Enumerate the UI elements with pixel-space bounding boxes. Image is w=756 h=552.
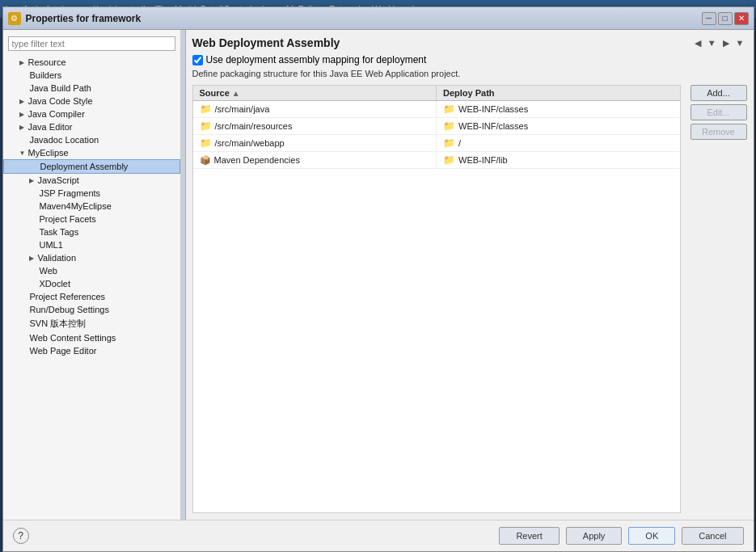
cancel-button[interactable]: Cancel xyxy=(682,527,743,545)
deploy-checkbox[interactable] xyxy=(192,55,203,65)
dialog-body: ▶ResourceBuildersJava Build Path▶Java Co… xyxy=(3,30,754,520)
tree-item-label: SVN 版本控制 xyxy=(30,318,87,330)
tree-item-java-compiler[interactable]: ▶Java Compiler xyxy=(3,107,180,120)
dialog-title-bar: ⚙ Properties for framework ─ □ ✕ xyxy=(3,7,754,30)
tree-item-web-content-settings[interactable]: Web Content Settings xyxy=(3,331,180,344)
folder-icon: 📁 xyxy=(443,154,455,166)
tree-item-label: Java Editor xyxy=(28,122,73,132)
description-text: Define packaging structure for this Java… xyxy=(192,69,747,78)
tree-item-label: Project References xyxy=(30,292,106,301)
deploy-path-cell: 📁WEB-INF/lib xyxy=(437,152,680,168)
filter-input[interactable] xyxy=(8,36,175,51)
tree-item-label: Maven4MyEclipse xyxy=(40,201,112,211)
tree-item-validation[interactable]: ▶Validation xyxy=(3,251,180,264)
tree-item-label: Javadoc Location xyxy=(30,135,99,145)
tree-item-deployment-assembly[interactable]: Deployment Assembly xyxy=(3,159,180,174)
deploy-path-cell: 📁/ xyxy=(437,135,680,151)
dialog-title-left: ⚙ Properties for framework xyxy=(8,12,141,25)
table-row[interactable]: 📁/src/main/resources📁WEB-INF/classes xyxy=(193,118,680,135)
tree-item-label: UML1 xyxy=(40,240,63,250)
tree-item-java-build-path[interactable]: Java Build Path xyxy=(3,82,180,95)
tree-item-builders[interactable]: Builders xyxy=(3,69,180,82)
close-button[interactable]: ✕ xyxy=(734,12,749,25)
tree-arrow-icon: ▶ xyxy=(19,124,26,131)
deploy-path-cell: 📁WEB-INF/classes xyxy=(437,101,680,117)
tree-item-resource[interactable]: ▶Resource xyxy=(3,56,180,69)
tree-arrow-icon: ▶ xyxy=(29,177,36,184)
assembly-table: Source ▲ Deploy Path 📁/src/main/java📁WEB… xyxy=(192,85,681,513)
tree-item-java-editor[interactable]: ▶Java Editor xyxy=(3,120,180,133)
tree-item-myeclipse[interactable]: ▼MyEclipse xyxy=(3,146,180,159)
tree-item-web[interactable]: Web xyxy=(3,264,180,277)
tree-item-task-tags[interactable]: Task Tags xyxy=(3,225,180,238)
tree-item-run-debug-settings[interactable]: Run/Debug Settings xyxy=(3,303,180,316)
tree-item-xdoclet[interactable]: XDoclet xyxy=(3,277,180,290)
sort-arrow-icon: ▲ xyxy=(232,89,240,98)
maximize-button[interactable]: □ xyxy=(718,12,733,25)
source-text: /src/main/webapp xyxy=(215,138,285,148)
folder-icon: 📁 xyxy=(200,103,212,115)
table-row[interactable]: 📁/src/main/webapp📁/ xyxy=(193,135,680,152)
edit-button[interactable]: Edit... xyxy=(691,104,747,120)
nav-buttons: ◀ ▼ ▶ ▼ xyxy=(692,37,747,49)
revert-button[interactable]: Revert xyxy=(499,527,559,545)
folder-icon: 📁 xyxy=(443,137,455,149)
source-text: /src/main/resources xyxy=(215,121,293,131)
tree-item-label: XDoclet xyxy=(40,279,71,289)
minimize-button[interactable]: ─ xyxy=(702,12,716,25)
source-text: Maven Dependencies xyxy=(214,155,300,165)
tree-item-label: Web Page Editor xyxy=(30,346,97,356)
tree-item-label: Project Facets xyxy=(40,214,96,224)
ok-button[interactable]: OK xyxy=(628,527,675,545)
tree-item-javadoc-location[interactable]: Javadoc Location xyxy=(3,133,180,146)
remove-button[interactable]: Remove xyxy=(691,124,747,140)
tree-item-label: Web xyxy=(40,266,57,276)
table-row[interactable]: 📁/src/main/java📁WEB-INF/classes xyxy=(193,101,680,118)
tree-container: ▶ResourceBuildersJava Build Path▶Java Co… xyxy=(3,56,180,357)
tree-item-label: MyEclipse xyxy=(28,148,69,158)
tree-item-web-page-editor[interactable]: Web Page Editor xyxy=(3,344,180,357)
tree-item-label: Resource xyxy=(28,57,66,67)
right-header: Web Deployment Assembly ◀ ▼ ▶ ▼ xyxy=(192,36,747,49)
tree-item-label: Run/Debug Settings xyxy=(30,305,109,314)
source-cell: 📁/src/main/java xyxy=(193,101,437,117)
deploy-path-text: WEB-INF/classes xyxy=(458,104,528,114)
folder-icon: 📁 xyxy=(200,137,212,149)
nav-dropdown-button[interactable]: ▼ xyxy=(705,37,719,48)
tree-item-uml1[interactable]: UML1 xyxy=(3,238,180,251)
tree-arrow-icon: ▼ xyxy=(19,150,26,157)
table-row[interactable]: 📦Maven Dependencies📁WEB-INF/lib xyxy=(193,152,680,169)
apply-button[interactable]: Apply xyxy=(566,527,623,545)
tree-item-label: Java Code Style xyxy=(28,96,93,106)
help-icon[interactable]: ? xyxy=(13,528,29,544)
tree-item-javascript[interactable]: ▶JavaScript xyxy=(3,174,180,187)
tree-item-label: Builders xyxy=(30,70,62,80)
tree-item-project-references[interactable]: Project References xyxy=(3,290,180,303)
tree-item-label: Validation xyxy=(38,253,77,263)
left-panel: ▶ResourceBuildersJava Build Path▶Java Co… xyxy=(3,30,181,520)
tree-item-jsp-fragments[interactable]: JSP Fragments xyxy=(3,187,180,200)
tree-item-project-facets[interactable]: Project Facets xyxy=(3,213,180,225)
tree-item-label: JSP Fragments xyxy=(40,188,101,198)
footer-right: Revert Apply OK Cancel xyxy=(499,527,743,545)
tree-item-label: Java Compiler xyxy=(28,109,85,119)
add-button[interactable]: Add... xyxy=(691,85,747,101)
nav-forward-button[interactable]: ▶ xyxy=(720,37,732,49)
nav-menu-button[interactable]: ▼ xyxy=(733,37,747,48)
deploy-path-cell: 📁WEB-INF/classes xyxy=(437,118,680,134)
panel-title: Web Deployment Assembly xyxy=(192,36,340,49)
checkbox-row: Use deployment assembly mapping for depl… xyxy=(192,54,747,65)
tree-item-label: Task Tags xyxy=(40,227,79,237)
dialog-title-buttons: ─ □ ✕ xyxy=(702,12,749,25)
tree-item-svn[interactable]: SVN 版本控制 xyxy=(3,316,180,331)
tree-item-label: Web Content Settings xyxy=(30,333,116,343)
tree-item-java-code-style[interactable]: ▶Java Code Style xyxy=(3,95,180,107)
tree-item-maven4myeclipse[interactable]: Maven4MyEclipse xyxy=(3,200,180,213)
source-cell: 📁/src/main/webapp xyxy=(193,135,437,151)
tree-item-label: Deployment Assembly xyxy=(40,162,129,171)
footer-left: ? xyxy=(13,528,29,544)
folder-icon: 📁 xyxy=(443,103,455,115)
table-area: Source ▲ Deploy Path 📁/src/main/java📁WEB… xyxy=(192,85,747,513)
deploy-path-column-header: Deploy Path xyxy=(437,86,680,100)
nav-back-button[interactable]: ◀ xyxy=(692,37,703,49)
